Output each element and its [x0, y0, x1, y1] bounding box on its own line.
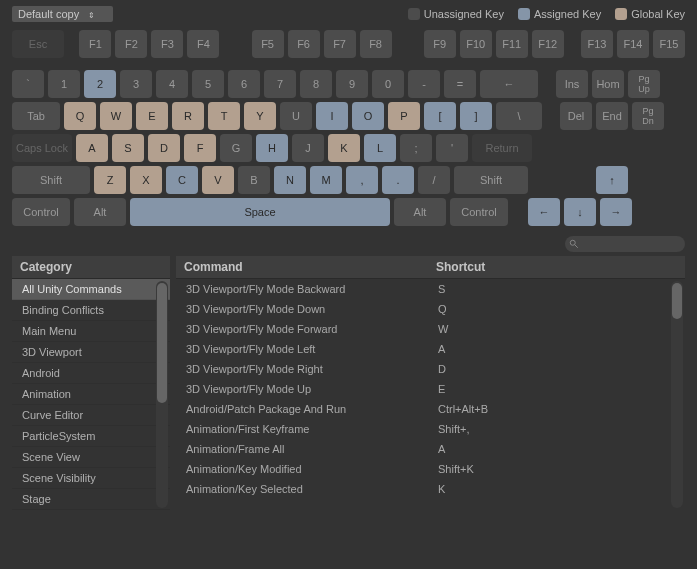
category-item[interactable]: Scene Visibility — [12, 468, 170, 489]
key-a[interactable]: A — [76, 134, 108, 162]
key-tab[interactable]: Tab — [12, 102, 60, 130]
key-f14[interactable]: F14 — [617, 30, 649, 58]
key-f1[interactable]: F1 — [79, 30, 111, 58]
key-f10[interactable]: F10 — [460, 30, 492, 58]
command-scrollbar[interactable] — [671, 281, 683, 508]
category-item[interactable]: Main Menu — [12, 321, 170, 342]
search-input[interactable] — [565, 236, 685, 252]
key-slash[interactable]: / — [418, 166, 450, 194]
command-row[interactable]: Animation/Frame AllA — [176, 439, 685, 459]
key-quote[interactable]: ' — [436, 134, 468, 162]
key-f7[interactable]: F7 — [324, 30, 356, 58]
key-f3[interactable]: F3 — [151, 30, 183, 58]
key-b[interactable]: B — [238, 166, 270, 194]
command-row[interactable]: Animation/Key ModifiedShift+K — [176, 459, 685, 479]
key-1[interactable]: 1 — [48, 70, 80, 98]
key-z[interactable]: Z — [94, 166, 126, 194]
key-w[interactable]: W — [100, 102, 132, 130]
scrollbar-thumb[interactable] — [672, 283, 682, 319]
key-3[interactable]: 3 — [120, 70, 152, 98]
command-row[interactable]: 3D Viewport/Fly Mode LeftA — [176, 339, 685, 359]
key-f11[interactable]: F11 — [496, 30, 528, 58]
key-comma[interactable]: , — [346, 166, 378, 194]
command-row[interactable]: 3D Viewport/Fly Mode BackwardS — [176, 279, 685, 299]
key-h[interactable]: H — [256, 134, 288, 162]
key-ralt[interactable]: Alt — [394, 198, 446, 226]
key-o[interactable]: O — [352, 102, 384, 130]
key-s[interactable]: S — [112, 134, 144, 162]
key-equals[interactable]: = — [444, 70, 476, 98]
key-g[interactable]: G — [220, 134, 252, 162]
key-4[interactable]: 4 — [156, 70, 188, 98]
command-row[interactable]: Animation/First KeyframeShift+, — [176, 419, 685, 439]
key-rbracket[interactable]: ] — [460, 102, 492, 130]
category-item[interactable]: Animation — [12, 384, 170, 405]
key-f8[interactable]: F8 — [360, 30, 392, 58]
key-lalt[interactable]: Alt — [74, 198, 126, 226]
key-5[interactable]: 5 — [192, 70, 224, 98]
key-9[interactable]: 9 — [336, 70, 368, 98]
category-item[interactable]: 3D Viewport — [12, 342, 170, 363]
key-down[interactable]: ↓ — [564, 198, 596, 226]
command-row[interactable]: 3D Viewport/Fly Mode RightD — [176, 359, 685, 379]
key-6[interactable]: 6 — [228, 70, 260, 98]
key-j[interactable]: J — [292, 134, 324, 162]
key-y[interactable]: Y — [244, 102, 276, 130]
category-item[interactable]: ParticleSystem — [12, 426, 170, 447]
key-2[interactable]: 2 — [84, 70, 116, 98]
key-i[interactable]: I — [316, 102, 348, 130]
key-f12[interactable]: F12 — [532, 30, 564, 58]
key-right[interactable]: → — [600, 198, 632, 226]
command-row[interactable]: 3D Viewport/Fly Mode ForwardW — [176, 319, 685, 339]
key-lbracket[interactable]: [ — [424, 102, 456, 130]
key-m[interactable]: M — [310, 166, 342, 194]
key-lshift[interactable]: Shift — [12, 166, 90, 194]
key-e[interactable]: E — [136, 102, 168, 130]
command-row[interactable]: 3D Viewport/Fly Mode DownQ — [176, 299, 685, 319]
category-item[interactable]: Curve Editor — [12, 405, 170, 426]
key-l[interactable]: L — [364, 134, 396, 162]
key-esc[interactable]: Esc — [12, 30, 64, 58]
key-capslock[interactable]: Caps Lock — [12, 134, 72, 162]
key-8[interactable]: 8 — [300, 70, 332, 98]
key-f9[interactable]: F9 — [424, 30, 456, 58]
key-0[interactable]: 0 — [372, 70, 404, 98]
key-v[interactable]: V — [202, 166, 234, 194]
command-header[interactable]: Command — [176, 256, 428, 279]
category-item[interactable]: Android — [12, 363, 170, 384]
key-f15[interactable]: F15 — [653, 30, 685, 58]
category-item[interactable]: Scene View — [12, 447, 170, 468]
key-insert[interactable]: Ins — [556, 70, 588, 98]
key-pagedown[interactable]: PgDn — [632, 102, 664, 130]
command-row[interactable]: 3D Viewport/Fly Mode UpE — [176, 379, 685, 399]
category-scrollbar[interactable] — [156, 281, 168, 508]
key-rctrl[interactable]: Control — [450, 198, 508, 226]
category-header[interactable]: Category — [12, 256, 170, 279]
key-semicolon[interactable]: ; — [400, 134, 432, 162]
key-delete[interactable]: Del — [560, 102, 592, 130]
key-f4[interactable]: F4 — [187, 30, 219, 58]
key-up[interactable]: ↑ — [596, 166, 628, 194]
key-n[interactable]: N — [274, 166, 306, 194]
key-backslash[interactable]: \ — [496, 102, 542, 130]
category-item[interactable]: Stage — [12, 489, 170, 510]
key-left[interactable]: ← — [528, 198, 560, 226]
profile-dropdown[interactable]: Default copy ⇕ — [12, 6, 113, 22]
scrollbar-thumb[interactable] — [157, 283, 167, 403]
key-f6[interactable]: F6 — [288, 30, 320, 58]
key-f2[interactable]: F2 — [115, 30, 147, 58]
key-lctrl[interactable]: Control — [12, 198, 70, 226]
key-d[interactable]: D — [148, 134, 180, 162]
key-minus[interactable]: - — [408, 70, 440, 98]
key-return[interactable]: Return — [472, 134, 532, 162]
key-k[interactable]: K — [328, 134, 360, 162]
key-f5[interactable]: F5 — [252, 30, 284, 58]
key-u[interactable]: U — [280, 102, 312, 130]
key-7[interactable]: 7 — [264, 70, 296, 98]
key-space[interactable]: Space — [130, 198, 390, 226]
key-p[interactable]: P — [388, 102, 420, 130]
shortcut-header[interactable]: Shortcut — [428, 256, 685, 279]
key-f[interactable]: F — [184, 134, 216, 162]
command-row[interactable]: Animation/Key SelectedK — [176, 479, 685, 499]
key-q[interactable]: Q — [64, 102, 96, 130]
